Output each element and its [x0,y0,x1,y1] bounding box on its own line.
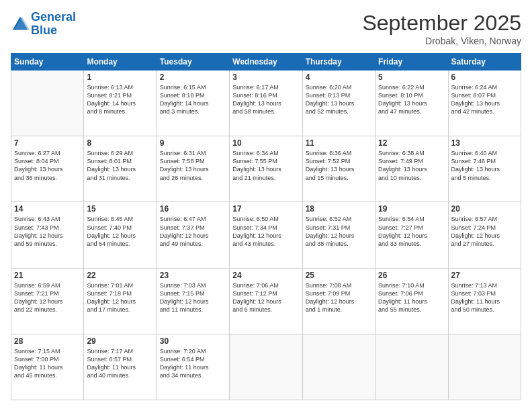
calendar-cell: 25Sunrise: 7:08 AM Sunset: 7:09 PM Dayli… [302,268,375,334]
calendar-cell [448,334,521,400]
day-number: 12 [378,138,445,148]
day-number: 21 [14,271,81,280]
day-info: Sunrise: 6:31 AM Sunset: 7:58 PM Dayligh… [160,149,226,182]
col-saturday: Saturday [448,54,521,71]
day-info: Sunrise: 7:15 AM Sunset: 7:00 PM Dayligh… [14,347,81,380]
page: General Blue September 2025 Drobak, Vike… [0,0,532,411]
calendar-table: Sunday Monday Tuesday Wednesday Thursday… [11,53,521,400]
day-info: Sunrise: 7:10 AM Sunset: 7:06 PM Dayligh… [378,281,445,314]
header: General Blue September 2025 Drobak, Vike… [11,11,521,46]
day-info: Sunrise: 6:52 AM Sunset: 7:31 PM Dayligh… [306,215,372,248]
day-number: 25 [306,271,372,280]
day-number: 6 [451,73,518,82]
calendar-cell: 17Sunrise: 6:50 AM Sunset: 7:34 PM Dayli… [230,202,302,268]
day-info: Sunrise: 7:01 AM Sunset: 7:18 PM Dayligh… [87,281,153,314]
calendar-cell: 19Sunrise: 6:54 AM Sunset: 7:27 PM Dayli… [375,202,448,268]
calendar-cell: 1Sunrise: 6:13 AM Sunset: 8:21 PM Daylig… [84,71,157,136]
day-info: Sunrise: 6:47 AM Sunset: 7:37 PM Dayligh… [160,215,226,248]
calendar-cell: 23Sunrise: 7:03 AM Sunset: 7:15 PM Dayli… [157,268,229,334]
calendar-cell: 10Sunrise: 6:34 AM Sunset: 7:55 PM Dayli… [230,136,302,202]
calendar-cell: 4Sunrise: 6:20 AM Sunset: 8:13 PM Daylig… [302,71,375,136]
day-number: 5 [378,73,445,82]
calendar-cell: 15Sunrise: 6:45 AM Sunset: 7:40 PM Dayli… [84,202,157,268]
calendar-cell: 21Sunrise: 6:59 AM Sunset: 7:21 PM Dayli… [11,268,84,334]
col-friday: Friday [375,54,448,71]
day-info: Sunrise: 6:59 AM Sunset: 7:21 PM Dayligh… [14,281,81,314]
calendar-cell [375,334,448,400]
day-number: 29 [87,336,153,346]
logo-icon [11,15,30,34]
calendar-cell: 18Sunrise: 6:52 AM Sunset: 7:31 PM Dayli… [302,202,375,268]
day-number: 1 [87,73,153,82]
calendar-cell: 29Sunrise: 7:17 AM Sunset: 6:57 PM Dayli… [84,334,157,400]
calendar-cell: 3Sunrise: 6:17 AM Sunset: 8:16 PM Daylig… [230,71,302,136]
col-wednesday: Wednesday [230,54,302,71]
logo: General Blue [11,11,76,38]
day-info: Sunrise: 6:17 AM Sunset: 8:16 PM Dayligh… [232,83,299,116]
day-info: Sunrise: 6:22 AM Sunset: 8:10 PM Dayligh… [378,83,445,116]
calendar-cell: 8Sunrise: 6:29 AM Sunset: 8:01 PM Daylig… [84,136,157,202]
day-number: 28 [14,336,81,346]
calendar-cell: 16Sunrise: 6:47 AM Sunset: 7:37 PM Dayli… [157,202,229,268]
calendar-week-row-2: 7Sunrise: 6:27 AM Sunset: 8:04 PM Daylig… [11,136,521,202]
day-info: Sunrise: 7:13 AM Sunset: 7:03 PM Dayligh… [451,281,518,314]
calendar-week-row-1: 1Sunrise: 6:13 AM Sunset: 8:21 PM Daylig… [11,71,521,136]
day-number: 8 [87,138,153,148]
calendar-cell: 7Sunrise: 6:27 AM Sunset: 8:04 PM Daylig… [11,136,84,202]
col-thursday: Thursday [302,54,375,71]
calendar-cell: 24Sunrise: 7:06 AM Sunset: 7:12 PM Dayli… [230,268,302,334]
calendar-cell [302,334,375,400]
day-info: Sunrise: 6:57 AM Sunset: 7:24 PM Dayligh… [451,215,518,248]
month-title: September 2025 [362,11,521,36]
day-info: Sunrise: 6:36 AM Sunset: 7:52 PM Dayligh… [306,149,372,182]
location-subtitle: Drobak, Viken, Norway [362,36,521,46]
day-number: 7 [14,138,81,148]
calendar-cell: 22Sunrise: 7:01 AM Sunset: 7:18 PM Dayli… [84,268,157,334]
day-info: Sunrise: 7:20 AM Sunset: 6:54 PM Dayligh… [160,347,226,380]
day-number: 19 [378,204,445,214]
day-info: Sunrise: 7:08 AM Sunset: 7:09 PM Dayligh… [306,281,372,314]
day-info: Sunrise: 7:17 AM Sunset: 6:57 PM Dayligh… [87,347,153,380]
day-info: Sunrise: 6:15 AM Sunset: 8:18 PM Dayligh… [160,83,226,116]
day-info: Sunrise: 6:20 AM Sunset: 8:13 PM Dayligh… [306,83,372,116]
calendar-cell: 9Sunrise: 6:31 AM Sunset: 7:58 PM Daylig… [157,136,229,202]
title-block: September 2025 Drobak, Viken, Norway [362,11,521,46]
day-number: 16 [160,204,226,214]
day-number: 22 [87,271,153,280]
day-number: 24 [232,271,299,280]
day-info: Sunrise: 6:50 AM Sunset: 7:34 PM Dayligh… [232,215,299,248]
day-number: 14 [14,204,81,214]
calendar-week-row-5: 28Sunrise: 7:15 AM Sunset: 7:00 PM Dayli… [11,334,521,400]
calendar-cell [11,71,84,136]
day-number: 11 [306,138,372,148]
day-number: 27 [451,271,518,280]
calendar-cell: 6Sunrise: 6:24 AM Sunset: 8:07 PM Daylig… [448,71,521,136]
day-info: Sunrise: 7:06 AM Sunset: 7:12 PM Dayligh… [232,281,299,314]
day-number: 18 [306,204,372,214]
calendar-cell: 12Sunrise: 6:38 AM Sunset: 7:49 PM Dayli… [375,136,448,202]
calendar-cell: 28Sunrise: 7:15 AM Sunset: 7:00 PM Dayli… [11,334,84,400]
calendar-cell: 2Sunrise: 6:15 AM Sunset: 8:18 PM Daylig… [157,71,229,136]
day-number: 23 [160,271,226,280]
calendar-cell: 27Sunrise: 7:13 AM Sunset: 7:03 PM Dayli… [448,268,521,334]
calendar-cell: 13Sunrise: 6:40 AM Sunset: 7:46 PM Dayli… [448,136,521,202]
day-info: Sunrise: 6:54 AM Sunset: 7:27 PM Dayligh… [378,215,445,248]
calendar-cell: 14Sunrise: 6:43 AM Sunset: 7:43 PM Dayli… [11,202,84,268]
col-tuesday: Tuesday [157,54,229,71]
day-info: Sunrise: 7:03 AM Sunset: 7:15 PM Dayligh… [160,281,226,314]
day-info: Sunrise: 6:38 AM Sunset: 7:49 PM Dayligh… [378,149,445,182]
day-info: Sunrise: 6:43 AM Sunset: 7:43 PM Dayligh… [14,215,81,248]
day-number: 20 [451,204,518,214]
logo-line1: General [31,10,76,24]
day-number: 2 [160,73,226,82]
col-sunday: Sunday [11,54,84,71]
day-number: 15 [87,204,153,214]
calendar-cell: 5Sunrise: 6:22 AM Sunset: 8:10 PM Daylig… [375,71,448,136]
day-info: Sunrise: 6:29 AM Sunset: 8:01 PM Dayligh… [87,149,153,182]
day-number: 10 [232,138,299,148]
calendar-cell [230,334,302,400]
day-number: 9 [160,138,226,148]
logo-text: General Blue [31,11,76,38]
day-info: Sunrise: 6:13 AM Sunset: 8:21 PM Dayligh… [87,83,153,116]
day-info: Sunrise: 6:27 AM Sunset: 8:04 PM Dayligh… [14,149,81,182]
